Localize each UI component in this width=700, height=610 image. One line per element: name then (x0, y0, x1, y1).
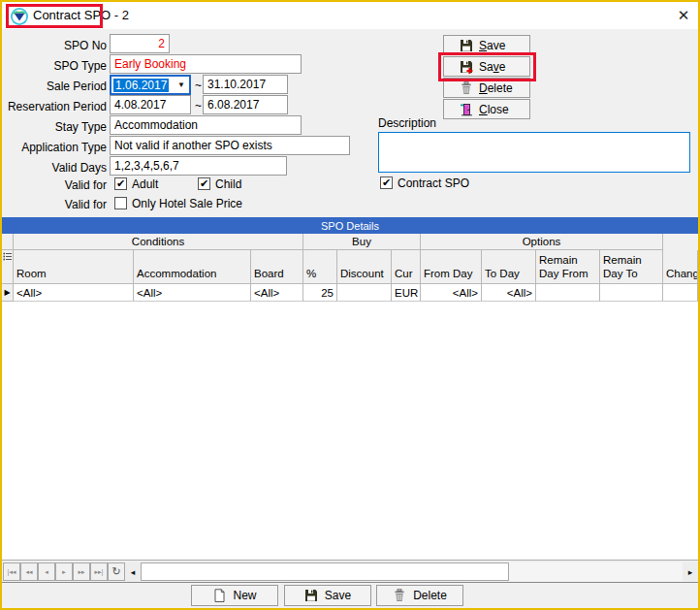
save-icon (460, 39, 473, 52)
delete-button[interactable]: Delete (443, 78, 530, 98)
group-conditions: Conditions (14, 234, 303, 250)
nav-prior-page-icon[interactable]: ◂◂ (20, 562, 38, 581)
reservation-period-from-value: 4.08.2017 (114, 98, 166, 112)
column-header-from-day[interactable]: From Day (421, 250, 482, 284)
exit-door-icon (460, 103, 473, 116)
application-type-value: Not valid if another SPO exists (114, 139, 272, 152)
cell-from-day[interactable]: <All> (421, 284, 482, 302)
nav-next-page-icon[interactable]: ▸▸ (73, 562, 90, 581)
grid-data-row: ▶ <All> <All> <All> 25 EUR <All> <All> (2, 284, 698, 302)
nav-next-icon[interactable]: ▸ (55, 562, 73, 581)
application-type-field[interactable]: Not valid if another SPO exists (110, 136, 350, 155)
column-header-room[interactable]: Room (14, 250, 134, 284)
column-header-percent[interactable]: % (303, 250, 337, 284)
window-title-main: Contract SPO (33, 8, 111, 22)
row-indicator-icon: ▶ (2, 284, 14, 302)
valid-days-field[interactable]: 1,2,3,4,5,6,7 (110, 156, 287, 176)
spo-type-label: SPO Type (2, 59, 107, 73)
cell-discount[interactable] (337, 284, 392, 302)
adult-checkbox-label: Adult (132, 177, 158, 191)
valid-for-label-1: Valid for (2, 178, 107, 192)
sale-period-from-value: 1.06.2017 (113, 79, 169, 92)
delete-bottom-button[interactable]: Delete (376, 585, 463, 606)
spo-no-value: 2 (158, 37, 165, 50)
nav-prior-icon[interactable]: ◂ (38, 562, 55, 581)
column-header-board[interactable]: Board (251, 250, 303, 284)
close-button[interactable]: Close (443, 99, 530, 119)
reservation-period-to-value: 6.08.2017 (207, 98, 259, 112)
grid-title-text: SPO Details (321, 220, 379, 232)
cell-room[interactable]: <All> (14, 284, 134, 302)
grid-empty-area[interactable] (2, 302, 698, 561)
nav-last-icon[interactable]: ▸▸| (90, 562, 108, 581)
check-icon: ✔ (382, 177, 391, 188)
sale-period-to-field[interactable]: 31.10.2017 (203, 75, 288, 94)
column-header-remain-day-to[interactable]: Remain Day To (600, 250, 663, 284)
grid-options-icon (3, 252, 12, 262)
save-as-new-button[interactable]: Save (443, 56, 530, 77)
grid-column-header-row: Room Accommodation Board % Discount Cur … (2, 250, 698, 284)
cell-board[interactable]: <All> (251, 284, 303, 302)
save-plus-icon (460, 60, 473, 74)
hscroll-right-arrow-icon[interactable]: ▸ (683, 562, 698, 581)
column-header-to-day[interactable]: To Day (482, 250, 536, 284)
column-header-change[interactable]: Change (663, 250, 698, 284)
contract-spo-checkbox[interactable]: ✔ (380, 177, 393, 189)
sale-period-label: Sale Period (2, 80, 107, 93)
spo-no-field[interactable]: 2 (110, 34, 170, 53)
reservation-period-from-field[interactable]: 4.08.2017 (110, 95, 191, 114)
window-title: Contract SPO - 2 (33, 8, 129, 22)
contract-spo-dialog: Contract SPO - 2 ✕ SPO No SPO Type Sale … (0, 0, 700, 610)
nav-first-icon[interactable]: |◂◂ (3, 562, 20, 581)
nav-refresh-icon[interactable]: ↻ (108, 562, 125, 581)
grid-corner-cell (2, 234, 14, 250)
adult-checkbox[interactable]: ✔ (114, 177, 127, 190)
save-icon (304, 589, 318, 602)
description-label: Description (378, 116, 436, 130)
stay-type-label: Stay Type (2, 120, 107, 134)
close-button-label: Close (479, 103, 509, 116)
cell-percent[interactable]: 25 (303, 284, 337, 302)
group-options: Options (421, 234, 663, 250)
check-icon: ✔ (200, 178, 208, 189)
cell-remain-day-from[interactable] (536, 284, 600, 302)
stay-type-field[interactable]: Accommodation (110, 115, 302, 135)
column-header-cur[interactable]: Cur (392, 250, 421, 284)
window-title-suffix: - 2 (114, 8, 129, 22)
trash-icon (393, 589, 406, 602)
column-header-remain-day-from[interactable]: Remain Day From (536, 250, 600, 284)
hscroll-left-arrow-icon[interactable]: ◂ (125, 562, 141, 581)
cell-accommodation[interactable]: <All> (134, 284, 251, 302)
grid-title-bar: SPO Details (2, 217, 698, 234)
column-header-accommodation[interactable]: Accommodation (134, 250, 251, 284)
description-textarea[interactable] (378, 132, 690, 173)
delete-button-label: Delete (479, 81, 513, 95)
hscroll-thumb[interactable] (141, 562, 509, 581)
hscroll-track[interactable] (509, 562, 683, 581)
new-button[interactable]: New (191, 585, 278, 606)
save-button[interactable]: Save (443, 35, 530, 55)
save-bottom-button[interactable]: Save (284, 585, 371, 606)
sale-period-from-combo[interactable]: 1.06.2017 ▼ (110, 75, 191, 95)
only-hotel-sale-price-checkbox[interactable] (114, 197, 127, 209)
spo-type-field[interactable]: Early Booking (110, 54, 302, 74)
cell-cur[interactable]: EUR (392, 284, 421, 302)
cell-change[interactable] (663, 284, 698, 302)
grid-options-cell[interactable] (2, 250, 14, 284)
spo-no-label: SPO No (2, 39, 107, 52)
save-button-label: Save (479, 39, 505, 52)
close-icon[interactable]: ✕ (674, 6, 693, 25)
cell-to-day[interactable]: <All> (482, 284, 536, 302)
spo-type-value: Early Booking (114, 57, 186, 71)
trash-icon (460, 81, 473, 95)
cell-remain-day-to[interactable] (600, 284, 663, 302)
stay-type-value: Accommodation (114, 118, 198, 132)
reservation-period-to-field[interactable]: 6.08.2017 (203, 95, 288, 114)
chevron-down-icon[interactable]: ▼ (177, 80, 189, 89)
new-document-icon (212, 589, 226, 602)
child-checkbox[interactable]: ✔ (198, 177, 210, 190)
column-header-discount[interactable]: Discount (337, 250, 392, 284)
valid-for-label-2: Valid for (2, 198, 107, 211)
save-bottom-button-label: Save (325, 589, 351, 602)
app-logo-icon (10, 7, 29, 26)
